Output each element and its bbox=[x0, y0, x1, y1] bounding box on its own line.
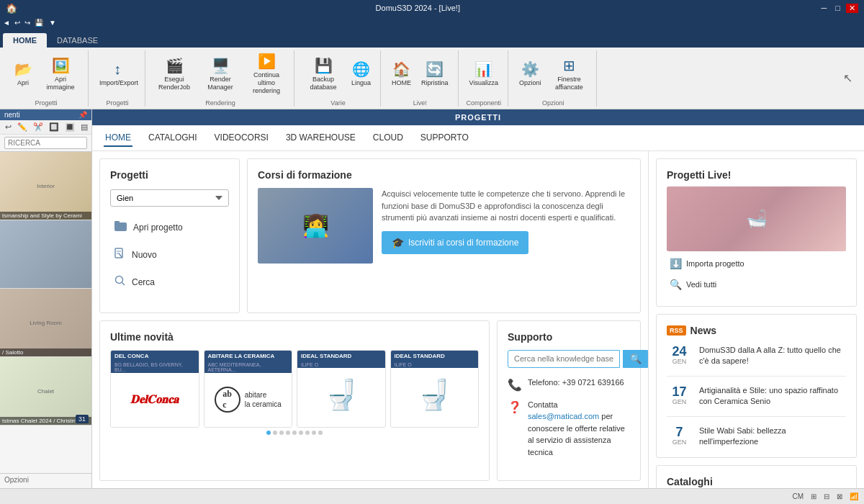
supporto-contact-email[interactable]: sales@maticad.com bbox=[528, 412, 599, 420]
action-apri-progetto[interactable]: Apri progetto bbox=[110, 215, 229, 240]
panel-tool-1[interactable]: ↩ bbox=[3, 122, 14, 132]
save-icon[interactable]: 💾 bbox=[35, 19, 43, 27]
novita-abitare-header: ABITARE LA CERAMICA bbox=[204, 351, 292, 361]
minimize-button[interactable]: ─ bbox=[819, 4, 830, 13]
supporto-card: Supporto 🔍 📞 Telefono: +39 0721 639166 ❓… bbox=[497, 320, 641, 481]
ribbon-btn-home[interactable]: 🏠 HOME bbox=[388, 58, 415, 89]
search-input[interactable] bbox=[4, 137, 87, 149]
panel-img-3[interactable]: Living Room / Salotto bbox=[0, 289, 91, 357]
ribbon-btn-backup[interactable]: 💾 Backup database bbox=[302, 55, 345, 94]
novita-ideal2[interactable]: IDEAL STANDARD ILIFE O 🚽 bbox=[390, 350, 480, 428]
ribbon-btn-continua-rendering[interactable]: ▶️ Continua ultimo rendering bbox=[245, 50, 288, 96]
ribbon-btn-importexport[interactable]: ↕️ Import/Export bbox=[96, 59, 139, 89]
dot-6[interactable] bbox=[299, 431, 303, 435]
status-icon-3[interactable]: ⊠ bbox=[837, 492, 842, 500]
ribbon-btn-opzioni[interactable]: ⚙️ Opzioni bbox=[516, 58, 545, 89]
corsi-register-button[interactable]: 🎓 Iscriviti ai corsi di formazione bbox=[382, 231, 528, 254]
ribbon-btn-render-manager[interactable]: 🖥️ Render Manager bbox=[199, 55, 242, 94]
corsi-image: 👩‍💻 bbox=[258, 188, 373, 264]
novita-abitare[interactable]: ABITARE LA CERAMICA ABC MEDITERRANEA, AE… bbox=[204, 350, 293, 428]
live-title: Progetti Live! bbox=[667, 169, 846, 181]
novita-ideal1[interactable]: IDEAL STANDARD ILIFE O 🚽 bbox=[297, 350, 386, 428]
ribbon: 📂 Apri 🖼️ Apri immagine Progetti ↕️ Impo… bbox=[0, 48, 864, 109]
novita-abitare-sub: ABC MEDITERRANEA, AETERNA... bbox=[204, 361, 292, 373]
dot-3[interactable] bbox=[279, 431, 284, 435]
status-icon-2[interactable]: ⊟ bbox=[824, 492, 829, 500]
ribbon-btn-visualizza[interactable]: 📊 Visualizza bbox=[466, 58, 502, 89]
nav-tab-warehouse[interactable]: 3D WAREHOUSE bbox=[284, 130, 357, 147]
panel-img-1[interactable]: Interior tsmanship and Style by Cerami bbox=[0, 152, 91, 220]
news-header: RSS News bbox=[667, 325, 846, 336]
dot-9[interactable] bbox=[318, 431, 323, 435]
action-nuovo[interactable]: Nuovo bbox=[110, 243, 229, 267]
panel-tool-5[interactable]: 🔳 bbox=[63, 122, 77, 132]
corsi-register-label: Iscriviti ai corsi di formazione bbox=[408, 238, 518, 248]
dot-5[interactable] bbox=[292, 431, 297, 435]
news-item-2[interactable]: 17 GEN Artigianalità e Stile: uno spazio… bbox=[667, 385, 846, 417]
redo-icon[interactable]: ↪ bbox=[24, 19, 30, 27]
panel-tool-4[interactable]: 🔲 bbox=[47, 122, 61, 132]
action-cerca[interactable]: Cerca bbox=[110, 270, 229, 294]
ribbon-group-rendering-label: Rendering bbox=[205, 99, 235, 107]
panel-img-4-num: 31 bbox=[76, 415, 89, 423]
panel-options-label[interactable]: Opzioni bbox=[0, 473, 91, 486]
nav-tab-supporto[interactable]: SUPPORTO bbox=[419, 130, 470, 147]
supporto-search-button[interactable]: 🔍 bbox=[623, 350, 648, 368]
ribbon-btn-finestre[interactable]: ⊞ Finestre affiancate bbox=[547, 55, 590, 94]
title-bar: 🏠 DomuS3D 2024 - [Live!] ─ □ ✕ bbox=[0, 0, 864, 16]
status-icon-1[interactable]: ⊞ bbox=[811, 492, 816, 500]
news-date-2: 17 GEN bbox=[667, 385, 692, 408]
news-day-2: 17 bbox=[672, 385, 686, 398]
dot-1[interactable] bbox=[266, 431, 271, 435]
ribbon-btn-ripristina[interactable]: 🔄 Ripristina bbox=[418, 58, 452, 89]
tab-database[interactable]: DATABASE bbox=[47, 33, 108, 48]
tab-home[interactable]: HOME bbox=[3, 33, 47, 48]
novita-ideal2-sub: ILIFE O bbox=[391, 361, 479, 368]
action-apri-label: Apri progetto bbox=[133, 222, 183, 233]
close-button[interactable]: ✕ bbox=[846, 4, 858, 13]
panel-img-4[interactable]: Chalet tstmas Chalet 2024 / Christmas 31 bbox=[0, 357, 91, 426]
maximize-button[interactable]: □ bbox=[832, 4, 843, 13]
ribbon-btn-lingua[interactable]: 🌐 Lingua bbox=[348, 58, 374, 89]
main-content: Progetti Gien Apri progetto Nuovo bbox=[92, 151, 648, 488]
quick-access-arrow[interactable]: ▼ bbox=[49, 19, 56, 27]
ribbon-btn-esegui-renderjob[interactable]: 🎬 Esegui RenderJob bbox=[153, 55, 196, 94]
panel-pin-icon[interactable]: 📌 bbox=[78, 111, 87, 119]
dot-4[interactable] bbox=[286, 431, 290, 435]
panel-img-2[interactable] bbox=[0, 220, 91, 289]
live-image: 🛁 bbox=[667, 186, 846, 251]
live-action-vedi-tutti[interactable]: 🔍 Vedi tutti bbox=[667, 275, 846, 294]
novita-card: Ultime novità DEL CONCA BG BELLAGIO, BS … bbox=[99, 320, 490, 481]
panel-tool-6[interactable]: ▤ bbox=[78, 122, 90, 132]
dot-2[interactable] bbox=[273, 431, 277, 435]
project-select[interactable]: Gien bbox=[110, 189, 229, 207]
vedi-icon: 🔍 bbox=[670, 279, 682, 290]
news-item-3[interactable]: 7 GEN Stile Wabi Sabi: bellezza nell'imp… bbox=[667, 426, 846, 448]
nav-tab-cloud[interactable]: CLOUD bbox=[372, 130, 405, 147]
content-wrapper: Progetti Gien Apri progetto Nuovo bbox=[92, 151, 864, 488]
vedi-label: Vedi tutti bbox=[686, 280, 716, 289]
nav-tab-home[interactable]: HOME bbox=[104, 130, 132, 147]
ribbon-btn-apri[interactable]: 📂 Apri bbox=[10, 58, 36, 89]
news-item-1[interactable]: 24 GEN DomuS3D dalla A alla Z: tutto que… bbox=[667, 345, 846, 377]
panel-tool-2[interactable]: ✏️ bbox=[15, 122, 30, 132]
supporto-search-input[interactable] bbox=[508, 350, 620, 368]
dot-7[interactable] bbox=[305, 431, 310, 435]
dot-8[interactable] bbox=[312, 431, 316, 435]
novita-delconca-logo: 𝐃𝐞𝐥𝐂𝐨𝐧𝐜𝐚 bbox=[111, 373, 199, 427]
corsi-register-icon: 🎓 bbox=[392, 237, 404, 248]
ripristina-icon: 🔄 bbox=[426, 60, 444, 78]
supporto-phone: Telefono: +39 0721 639166 bbox=[528, 377, 624, 389]
novita-delconca[interactable]: DEL CONCA BG BELLAGIO, BS GIVERNY, BU...… bbox=[110, 350, 199, 428]
nav-tab-cataloghi[interactable]: CATALOGHI bbox=[147, 130, 199, 147]
corsi-title: Corsi di formazione bbox=[258, 169, 630, 181]
question-icon: ❓ bbox=[508, 400, 522, 414]
nav-tab-videocorsi[interactable]: VIDEOCORSI bbox=[213, 130, 270, 147]
nuovo-icon bbox=[114, 248, 126, 262]
undo-icon[interactable]: ↩ bbox=[14, 19, 20, 27]
back-icon[interactable]: ◄ bbox=[3, 19, 10, 27]
live-action-importa[interactable]: ⬇️ Importa progetto bbox=[667, 254, 846, 273]
render-manager-icon: 🖥️ bbox=[212, 57, 230, 74]
ribbon-btn-apri-immagine[interactable]: 🖼️ Apri immagine bbox=[39, 55, 82, 94]
panel-tool-3[interactable]: ✂️ bbox=[31, 122, 45, 132]
